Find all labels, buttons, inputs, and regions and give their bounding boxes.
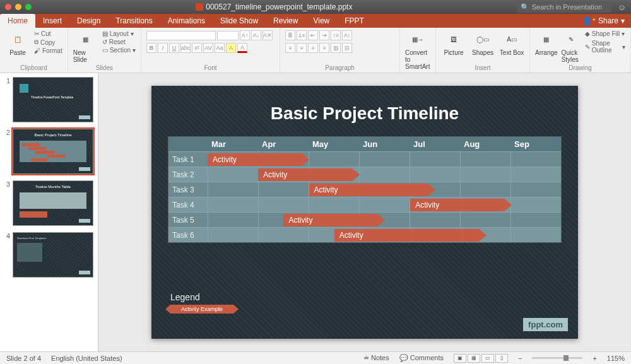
- activity-bar[interactable]: Activity: [283, 214, 377, 226]
- maximize-icon[interactable]: [25, 4, 32, 10]
- clear-format-button[interactable]: A✕: [262, 30, 273, 40]
- zoom-in-button[interactable]: +: [593, 355, 596, 362]
- tab-transitions[interactable]: Transitions: [108, 14, 160, 28]
- activity-bar[interactable]: Activity: [309, 184, 428, 196]
- zoom-level[interactable]: 115%: [607, 355, 625, 362]
- slide-canvas[interactable]: Basic Project Timeline Mar Apr May Jun J…: [98, 73, 631, 351]
- tab-insert[interactable]: Insert: [35, 14, 69, 28]
- paste-icon: 📋: [9, 30, 27, 48]
- month-label: Aug: [460, 137, 510, 151]
- minimize-icon[interactable]: [15, 4, 21, 10]
- new-slide-button[interactable]: ▦New Slide: [73, 30, 98, 63]
- convert-smartart-button[interactable]: ▦→Convert to SmartArt: [405, 30, 430, 70]
- shapes-icon: ◯▭: [474, 30, 492, 48]
- reset-button[interactable]: ↺Reset: [102, 38, 136, 45]
- search-input[interactable]: 🔍 Search in Presentation: [517, 2, 611, 13]
- window-controls: [5, 4, 32, 10]
- tab-slideshow[interactable]: Slide Show: [213, 14, 266, 28]
- indent-right-button[interactable]: ⇥: [319, 30, 329, 40]
- cut-button[interactable]: ✂Cut: [34, 30, 62, 37]
- task-label: Task 2: [168, 170, 208, 179]
- language-label[interactable]: English (United States): [51, 355, 122, 362]
- tab-animations[interactable]: Animations: [160, 14, 213, 28]
- align-center-button[interactable]: ≡: [297, 43, 307, 53]
- slide: Basic Project Timeline Mar Apr May Jun J…: [151, 86, 578, 339]
- text-direction-button[interactable]: A↕: [342, 30, 352, 40]
- paste-button[interactable]: 📋Paste: [5, 30, 30, 56]
- align-left-button[interactable]: ≡: [285, 43, 295, 53]
- activity-bar[interactable]: Activity: [410, 199, 504, 211]
- font-color-button[interactable]: A: [237, 43, 247, 53]
- indent-left-button[interactable]: ⇤: [308, 30, 318, 40]
- tab-fppt[interactable]: FPPT: [337, 14, 372, 28]
- reset-icon: ↺: [102, 38, 107, 45]
- bold-button[interactable]: B: [146, 43, 156, 53]
- font-size-select[interactable]: [217, 31, 239, 40]
- columns-button[interactable]: ▥: [331, 43, 341, 53]
- picture-button[interactable]: 🖼Picture: [441, 30, 466, 56]
- italic-button[interactable]: I: [158, 43, 168, 53]
- normal-view-icon[interactable]: ▣: [454, 354, 466, 363]
- shape-fill-button[interactable]: ◆Shape Fill ▾: [585, 30, 625, 37]
- notes-button[interactable]: ≐ Notes: [363, 354, 389, 362]
- reading-view-icon[interactable]: ▭: [481, 354, 494, 363]
- tab-review[interactable]: Review: [266, 14, 305, 28]
- arrange-button[interactable]: ▦Arrange: [535, 30, 558, 56]
- align-right-button[interactable]: ≡: [308, 43, 318, 53]
- activity-bar[interactable]: Activity: [208, 153, 302, 166]
- numbering-button[interactable]: 1≡: [297, 30, 307, 40]
- sorter-view-icon[interactable]: ▦: [468, 354, 480, 363]
- align-text-button[interactable]: ⊟: [342, 43, 352, 53]
- quick-styles-button[interactable]: ✎Quick Styles: [562, 30, 581, 63]
- slideshow-view-icon[interactable]: ▯: [495, 354, 508, 363]
- copy-icon: ⧉: [34, 38, 38, 46]
- thumb-4[interactable]: 4 Download Free Templates: [4, 232, 94, 278]
- month-label: Apr: [258, 137, 309, 151]
- tab-view[interactable]: View: [305, 14, 337, 28]
- change-case-button[interactable]: Aa: [215, 43, 225, 53]
- shapes-button[interactable]: ◯▭Shapes: [470, 30, 495, 56]
- document-title: 000527_timeline_powerpoint_template.pptx: [32, 3, 517, 11]
- thumb-3[interactable]: 3 Twelve Months Table: [4, 180, 94, 226]
- feedback-icon[interactable]: ☺: [618, 3, 626, 12]
- activity-bar[interactable]: Activity: [334, 229, 479, 242]
- slide-title[interactable]: Basic Project Timeline: [151, 86, 578, 124]
- share-button[interactable]: 👤⁺Share ▾: [576, 14, 631, 28]
- comments-button[interactable]: 💬 Comments: [399, 354, 444, 362]
- section-button[interactable]: ▭Section ▾: [102, 47, 136, 54]
- underline-button[interactable]: U: [169, 43, 179, 53]
- task-label: Task 5: [168, 216, 208, 225]
- zoom-slider[interactable]: [532, 357, 582, 359]
- slide-thumbnails: 1 Timeline PowerPoint Template 2 Basic P…: [0, 73, 98, 351]
- arrange-icon: ▦: [538, 30, 555, 48]
- month-label: Jul: [410, 137, 460, 151]
- close-icon[interactable]: [5, 4, 11, 10]
- zoom-out-button[interactable]: −: [518, 355, 522, 362]
- month-label: Mar: [208, 137, 258, 151]
- bullets-button[interactable]: ≣: [285, 30, 295, 40]
- increase-font-button[interactable]: A↑: [240, 30, 250, 40]
- format-button[interactable]: 🖌Format: [34, 47, 62, 54]
- textbox-icon: A▭: [503, 30, 521, 48]
- tab-home[interactable]: Home: [0, 14, 35, 28]
- char-spacing-button[interactable]: AV: [203, 43, 213, 53]
- justify-button[interactable]: ≡: [319, 43, 329, 53]
- gantt-header: Mar Apr May Jun Jul Aug Sep: [168, 137, 561, 151]
- gantt-chart[interactable]: Mar Apr May Jun Jul Aug Sep Task 1Activi…: [168, 136, 562, 243]
- activity-bar[interactable]: Activity: [258, 168, 352, 181]
- tab-design[interactable]: Design: [69, 14, 108, 28]
- decrease-font-button[interactable]: A↓: [251, 30, 261, 40]
- group-font: A↑ A↓ A✕ B I U abc x² AV Aa A A Font: [141, 28, 280, 73]
- subscript-button[interactable]: x²: [192, 43, 202, 53]
- highlight-button[interactable]: A: [226, 43, 236, 53]
- textbox-button[interactable]: A▭Text Box: [499, 30, 524, 56]
- font-family-select[interactable]: [146, 31, 216, 40]
- layout-button[interactable]: ▤Layout ▾: [102, 30, 136, 37]
- line-spacing-button[interactable]: ↕≡: [331, 30, 341, 40]
- copy-button[interactable]: ⧉Copy: [34, 38, 62, 46]
- thumb-2[interactable]: 2 Basic Project Timeline: [4, 129, 94, 174]
- gantt-row: Task 2Activity: [168, 167, 561, 182]
- shape-outline-button[interactable]: ✎Shape Outline ▾: [585, 40, 625, 54]
- strike-button[interactable]: abc: [180, 43, 191, 53]
- thumb-1[interactable]: 1 Timeline PowerPoint Template: [4, 77, 94, 122]
